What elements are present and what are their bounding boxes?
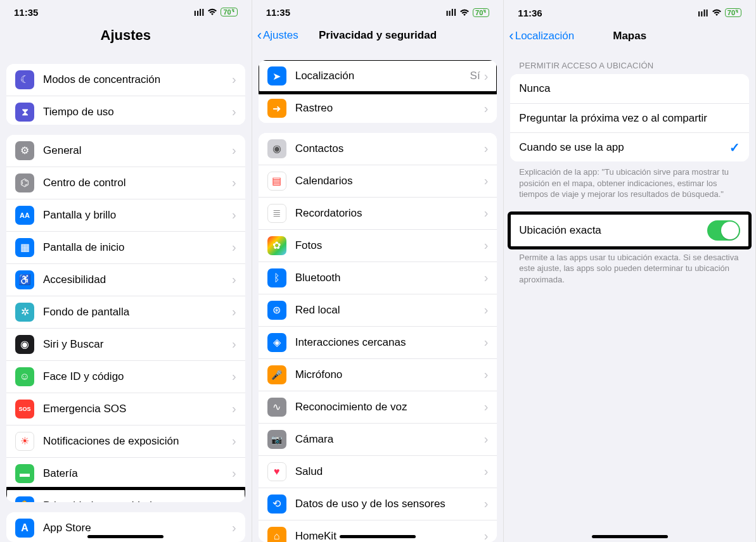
chevron-right-icon: › xyxy=(232,175,236,190)
photos-icon xyxy=(267,236,286,255)
wifi-icon xyxy=(207,8,217,16)
row-label: Modos de concentración xyxy=(43,73,232,86)
row-display[interactable]: Pantalla y brillo › xyxy=(6,199,245,231)
app-explanation: Explicación de la app: "Tu ubicación sir… xyxy=(504,161,755,200)
row-sensor-data[interactable]: Datos de uso y de los sensores › xyxy=(259,488,497,520)
row-calendars[interactable]: Calendarios › xyxy=(259,165,497,197)
privacy-group-location: Localización Sí › Rastreo › xyxy=(259,60,497,123)
bluetooth-icon xyxy=(267,268,286,287)
chevron-right-icon: › xyxy=(232,208,236,222)
row-accessibility[interactable]: Accesibilidad › xyxy=(6,263,245,296)
row-reminders[interactable]: Recordatorios › xyxy=(259,197,497,229)
row-privacy[interactable]: Privacidad y seguridad › xyxy=(6,489,245,502)
row-photos[interactable]: Fotos › xyxy=(259,229,497,262)
battery-icon: 70↯ xyxy=(221,8,237,16)
row-bluetooth[interactable]: Bluetooth › xyxy=(259,262,497,294)
row-value: Sí xyxy=(470,70,480,82)
microphone-icon xyxy=(267,365,286,384)
row-local-network[interactable]: Red local › xyxy=(259,294,497,326)
chevron-right-icon: › xyxy=(232,305,236,319)
back-button[interactable]: ‹ Localización xyxy=(509,29,574,43)
row-focus-modes[interactable]: Modos de concentración › xyxy=(6,64,245,96)
tracking-icon xyxy=(267,99,286,118)
chevron-right-icon: › xyxy=(484,432,489,446)
health-icon xyxy=(267,462,286,481)
status-time: 11:35 xyxy=(266,7,290,18)
home-indicator[interactable] xyxy=(592,535,668,538)
moon-icon xyxy=(15,70,34,89)
precise-location-footer: Permite a las apps usar tu ubicación exa… xyxy=(504,247,755,286)
chevron-right-icon: › xyxy=(484,141,489,156)
location-icon xyxy=(267,66,286,85)
signal-icon: ııll xyxy=(194,7,205,18)
home-indicator[interactable] xyxy=(340,535,416,538)
battery-row-icon xyxy=(15,464,34,483)
page-title: Mapas xyxy=(613,30,646,42)
wifi-icon xyxy=(459,9,470,16)
chevron-right-icon: › xyxy=(232,401,236,416)
chevron-right-icon: › xyxy=(232,72,236,87)
row-nearby[interactable]: Interacciones cercanas › xyxy=(259,326,497,358)
battery-icon: 70↯ xyxy=(473,8,489,17)
option-never[interactable]: Nunca xyxy=(510,74,749,103)
nav-header: ‹ Ajustes Privacidad y seguridad xyxy=(252,22,504,50)
row-contacts[interactable]: Contactos › xyxy=(259,133,497,165)
row-general[interactable]: General › xyxy=(6,135,245,167)
status-time: 11:36 xyxy=(518,8,542,18)
chevron-right-icon: › xyxy=(484,206,489,220)
maps-location-screen: 11:36 ııll 70↯ ‹ Localización Mapas Perm… xyxy=(504,0,756,542)
back-button[interactable]: ‹ Ajustes xyxy=(257,28,298,42)
row-label: Tiempo de uso xyxy=(43,106,232,118)
row-homekit[interactable]: HomeKit › xyxy=(259,520,497,542)
globe-icon xyxy=(267,301,286,320)
hourglass-icon xyxy=(15,103,34,122)
page-title: Privacidad y seguridad xyxy=(319,29,437,42)
home-indicator[interactable] xyxy=(87,535,163,538)
settings-group-general: General › Centro de control › Pantalla y… xyxy=(6,135,245,502)
settings-group-focus: Modos de concentración › Tiempo de uso › xyxy=(6,64,245,125)
status-icons: ııll 70↯ xyxy=(445,7,489,18)
location-access-options: Nunca Preguntar la próxima vez o al comp… xyxy=(510,74,749,161)
row-screen-time[interactable]: Tiempo de uso › xyxy=(6,96,245,125)
row-health[interactable]: Salud › xyxy=(259,455,497,488)
row-speech[interactable]: Reconocimiento de voz › xyxy=(259,391,497,423)
wallpaper-icon xyxy=(15,303,34,322)
precise-location-toggle[interactable] xyxy=(707,220,740,241)
row-wallpaper[interactable]: Fondo de pantalla › xyxy=(6,296,245,328)
chevron-right-icon: › xyxy=(484,303,489,317)
option-while-using[interactable]: Cuando se use la app ✓ xyxy=(510,132,749,161)
row-precise-location[interactable]: Ubicación exacta xyxy=(510,214,749,247)
section-header-allow-location: Permitir acceso a ubicación xyxy=(504,51,755,74)
chevron-left-icon: ‹ xyxy=(257,28,262,42)
row-tracking[interactable]: Rastreo › xyxy=(259,92,497,123)
chevron-right-icon: › xyxy=(484,496,489,511)
row-microphone[interactable]: Micrófono › xyxy=(259,358,497,391)
row-exposure[interactable]: Notificaciones de exposición › xyxy=(6,425,245,457)
chevron-right-icon: › xyxy=(484,101,489,116)
chevron-right-icon: › xyxy=(232,369,236,384)
appstore-icon xyxy=(15,519,34,538)
row-control-center[interactable]: Centro de control › xyxy=(6,167,245,199)
privacy-screen: 11:35 ııll 70↯ ‹ Ajustes Privacidad y se… xyxy=(252,0,504,542)
camera-icon xyxy=(267,430,286,449)
row-location[interactable]: Localización Sí › xyxy=(259,60,497,92)
gear-icon xyxy=(15,141,34,160)
back-label: Localización xyxy=(515,30,575,42)
chevron-right-icon: › xyxy=(484,367,489,382)
row-home-screen[interactable]: Pantalla de inicio › xyxy=(6,231,245,263)
chevron-right-icon: › xyxy=(232,466,236,481)
sensor-icon xyxy=(267,495,286,514)
status-bar: 11:35 ııll 70↯ xyxy=(0,0,252,22)
status-time: 11:35 xyxy=(14,7,38,18)
option-ask-next-time[interactable]: Preguntar la próxima vez o al compartir xyxy=(510,103,749,132)
status-icons: ııll 70↯ xyxy=(194,7,238,18)
chevron-right-icon: › xyxy=(484,529,489,542)
chevron-right-icon: › xyxy=(232,272,236,287)
row-battery[interactable]: Batería › xyxy=(6,457,245,489)
row-camera[interactable]: Cámara › xyxy=(259,423,497,455)
row-sos[interactable]: Emergencia SOS › xyxy=(6,393,245,425)
hand-icon xyxy=(15,496,34,502)
checkmark-icon: ✓ xyxy=(729,140,740,155)
row-face-id[interactable]: Face ID y código › xyxy=(6,360,245,393)
row-siri[interactable]: Siri y Buscar › xyxy=(6,328,245,360)
